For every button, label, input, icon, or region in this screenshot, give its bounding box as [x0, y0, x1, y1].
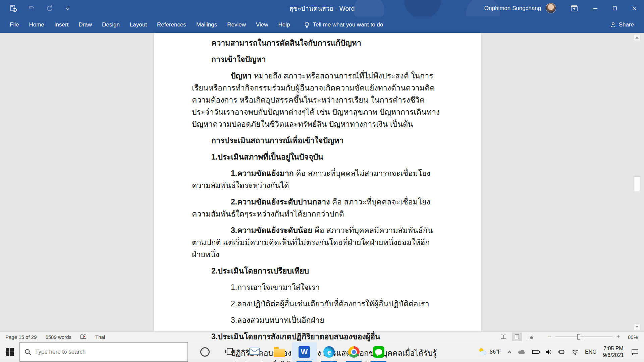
tell-me-label: Tell me what you want to do — [313, 21, 383, 28]
taskbar-app-mail[interactable] — [242, 342, 267, 362]
doc-paragraph: ความสามารถในการตัดสินใจกับการแก้ปัญหา — [192, 37, 443, 49]
ribbon-display-options-icon[interactable] — [568, 0, 581, 16]
lightbulb-icon — [304, 21, 310, 28]
share-person-icon — [610, 22, 616, 28]
tab-mailings[interactable]: Mailings — [191, 17, 222, 32]
quick-access-toolbar — [0, 4, 72, 13]
taskbar-clock[interactable]: 7:05 PM 9/6/2021 — [600, 345, 627, 359]
zoom-out-button[interactable]: − — [547, 334, 552, 341]
doc-paragraph: 3.ความขัดแย้งระดับน้อย คือ สภาวะที่บุคคล… — [192, 224, 443, 260]
chrome-icon — [348, 346, 360, 358]
mail-icon — [249, 347, 260, 357]
search-placeholder: Type here to search — [35, 349, 86, 355]
doc-paragraph: การเข้าใจปัญหา — [192, 53, 443, 65]
tab-design[interactable]: Design — [97, 17, 125, 32]
print-layout-view-button[interactable] — [512, 333, 522, 341]
taskbar-app-file-explorer[interactable] — [267, 342, 292, 362]
ribbon-tabs: FileHomeInsertDrawDesignLayoutReferences… — [5, 17, 295, 32]
battery-icon[interactable] — [529, 342, 542, 362]
word-window: สุขะป่านคนสวย - Word Onphimon Sungchang … — [0, 0, 644, 362]
vertical-scrollbar[interactable] — [633, 33, 641, 331]
show-hidden-icons-chevron[interactable] — [504, 342, 515, 362]
tell-me-box[interactable]: Tell me what you want to do — [304, 21, 383, 28]
task-view-icon — [225, 347, 235, 357]
wifi-icon[interactable] — [569, 342, 582, 362]
read-mode-view-button[interactable] — [498, 333, 508, 341]
clock-date: 9/6/2021 — [603, 352, 624, 359]
clock-time: 7:05 PM — [603, 345, 624, 352]
zoom-in-button[interactable]: + — [616, 334, 621, 341]
doc-paragraph: ปัญหา หมายถึง สภาวะหรือสถานการณ์ที่ไม่พึ… — [192, 70, 443, 130]
doc-paragraph: 3.ประเมินโดยการสังเกตปฏิกิริยาตอบสนองของ… — [192, 330, 443, 343]
taskbar-app-cortana[interactable] — [193, 342, 217, 362]
document-page[interactable]: ความสามารถในการตัดสินใจกับการแก้ปัญหาการ… — [154, 33, 481, 331]
tab-home[interactable]: Home — [24, 17, 49, 32]
edge-icon: e — [323, 346, 335, 358]
taskbar: Type here to search We 86°F — [0, 342, 644, 362]
title-bar: สุขะป่านคนสวย - Word Onphimon Sungchang — [0, 0, 644, 16]
taskbar-apps: We — [193, 342, 391, 362]
cortana-icon — [200, 347, 210, 357]
meet-now-camera-icon[interactable] — [555, 342, 569, 362]
document-content: ความสามารถในการตัดสินใจกับการแก้ปัญหาการ… — [154, 33, 481, 362]
document-area: ความสามารถในการตัดสินใจกับการแก้ปัญหาการ… — [0, 33, 644, 331]
scroll-up-button[interactable] — [634, 34, 640, 41]
taskbar-app-task-view[interactable] — [217, 342, 242, 362]
input-language-indicator[interactable]: ENG — [582, 342, 600, 362]
word-icon: W — [299, 346, 310, 358]
share-label: Share — [619, 21, 634, 28]
tab-review[interactable]: Review — [222, 17, 251, 32]
scroll-down-button[interactable] — [634, 323, 640, 330]
system-tray: 86°F ENG 7:05 PM 9/6/2021 — [475, 342, 644, 362]
taskbar-app-word[interactable]: W — [292, 342, 317, 362]
taskbar-app-edge[interactable]: e — [317, 342, 341, 362]
tab-draw[interactable]: Draw — [73, 17, 97, 32]
web-layout-view-button[interactable] — [525, 333, 535, 341]
onedrive-icon[interactable] — [515, 342, 529, 362]
doc-paragraph: 1.ความขัดแย้งมาก คือ สภาวะที่บุคคลไม่สาม… — [192, 167, 443, 191]
page-number-status[interactable]: Page 15 of 29 — [5, 334, 37, 340]
zoom-slider-thumb[interactable] — [577, 334, 580, 340]
search-icon — [24, 349, 31, 355]
start-button[interactable] — [0, 342, 19, 362]
tab-insert[interactable]: Insert — [49, 17, 74, 32]
file-explorer-icon — [274, 349, 285, 357]
minimize-button[interactable] — [586, 0, 605, 16]
language-status[interactable]: Thai — [95, 334, 105, 340]
line-icon — [373, 346, 384, 358]
zoom-slider[interactable] — [555, 334, 612, 340]
taskbar-app-line[interactable] — [366, 342, 391, 362]
proofing-status-icon[interactable] — [80, 334, 87, 340]
doc-paragraph: 2.ประเมินโดยการเปรียบเทียบ — [192, 265, 443, 277]
doc-paragraph: 3.ลองสวมบทบาทเป็นอีกฝ่าย — [192, 314, 443, 326]
tab-layout[interactable]: Layout — [125, 17, 152, 32]
undo-button[interactable] — [27, 4, 36, 13]
share-button[interactable]: Share — [610, 21, 644, 28]
tab-help[interactable]: Help — [273, 17, 295, 32]
action-center-icon[interactable] — [627, 342, 644, 362]
doc-paragraph: 2.ลองปฏิบัติต่อผู้อื่นเช่นเดียวกับที่ต้อ… — [192, 298, 443, 310]
tab-view[interactable]: View — [251, 17, 273, 32]
taskbar-app-chrome[interactable] — [341, 342, 366, 362]
redo-button[interactable] — [45, 4, 54, 13]
zoom-percentage[interactable]: 80% — [624, 334, 638, 340]
account-user-name[interactable]: Onphimon Sungchang — [484, 5, 541, 12]
account-avatar[interactable] — [546, 3, 556, 13]
doc-paragraph: 1.ประเมินสภาพที่เป็นอยู่ในปัจจุบัน — [192, 151, 443, 163]
tab-file[interactable]: File — [5, 17, 24, 32]
temperature-label: 86°F — [490, 349, 501, 355]
close-button[interactable] — [625, 0, 644, 16]
tab-references[interactable]: References — [152, 17, 191, 32]
doc-paragraph: 2.ความขัดแย้งระดับปานกลาง คือ สภาวะที่บุ… — [192, 196, 443, 220]
save-button[interactable] — [9, 4, 18, 13]
ribbon-tab-row: FileHomeInsertDrawDesignLayoutReferences… — [0, 16, 644, 33]
scrollbar-thumb[interactable] — [634, 176, 640, 191]
volume-icon[interactable] — [542, 342, 555, 362]
word-count-status[interactable]: 6589 words — [45, 334, 71, 340]
customize-quick-access-toolbar-icon[interactable] — [63, 4, 72, 13]
doc-paragraph: 1.การเอาใจเขามาใส่ใจเรา — [192, 281, 443, 293]
maximize-button[interactable] — [605, 0, 625, 16]
doc-paragraph: การประเมินสถานการณ์เพื่อเข้าใจปัญหา — [192, 134, 443, 146]
